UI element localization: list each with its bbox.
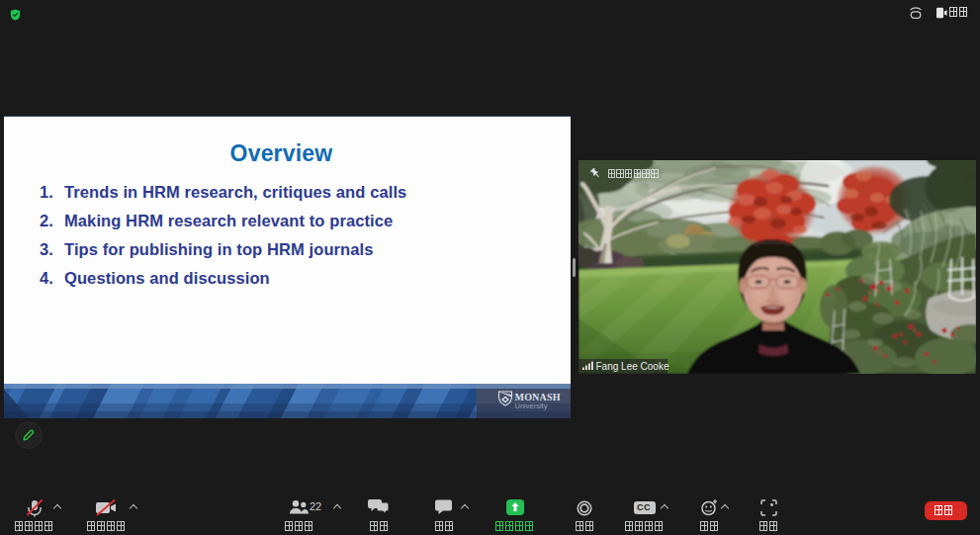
svg-text:MONASH: MONASH [515,392,561,402]
svg-text:Fang Lee Cooke: Fang Lee Cooke [596,361,669,372]
svg-text:University: University [515,401,548,410]
